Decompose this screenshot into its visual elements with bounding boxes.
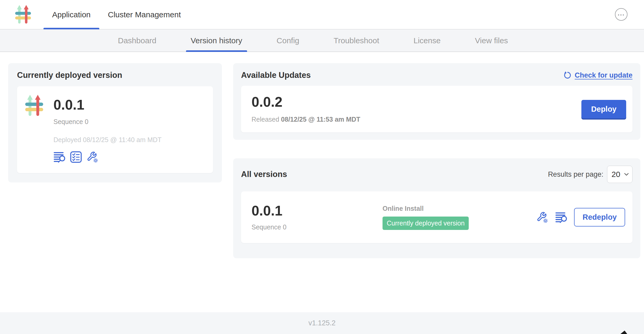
- app-header: Application Cluster Management ...: [0, 0, 644, 29]
- update-released-timestamp: Released 08/12/25 @ 11:53 am MDT: [252, 116, 360, 123]
- all-versions-header: All versions Results per page: 20: [241, 166, 632, 183]
- redeploy-button[interactable]: Redeploy: [574, 208, 625, 227]
- mouse-cursor: [620, 331, 628, 334]
- subnav-item-view-files[interactable]: View files: [470, 29, 513, 52]
- deployed-version-number: 0.0.1: [53, 98, 162, 112]
- header-tabs: Application Cluster Management: [43, 0, 189, 29]
- results-per-page-label: Results per page:: [548, 170, 603, 179]
- tab-cluster-management[interactable]: Cluster Management: [99, 0, 189, 29]
- app-subnav: Dashboard Version history Config Trouble…: [0, 29, 644, 52]
- app-icon: [25, 94, 43, 117]
- row-actions: Redeploy: [536, 208, 625, 227]
- tab-application[interactable]: Application: [43, 0, 99, 29]
- preflight-checks-icon[interactable]: [70, 151, 82, 163]
- row-version-number: 0.0.1: [252, 204, 383, 218]
- console-version: v1.125.2: [308, 319, 336, 327]
- right-column: Available Updates Check for update 0.0.2…: [233, 63, 640, 258]
- deployed-version-actions: [53, 151, 162, 163]
- all-versions-card: All versions Results per page: 20 0.0.1 …: [233, 158, 640, 258]
- results-per-page-value: 20: [612, 170, 620, 179]
- deployed-version-details: 0.0.1 Sequence 0 Deployed 08/12/25 @ 11:…: [53, 94, 162, 166]
- edit-config-icon[interactable]: [86, 151, 99, 163]
- available-update-row: 0.0.2 Released 08/12/25 @ 11:53 am MDT D…: [241, 86, 632, 132]
- refresh-icon: [563, 71, 571, 79]
- app-logo-icon: [15, 4, 31, 25]
- deployed-timestamp: Deployed 08/12/25 @ 11:40 am MDT: [53, 136, 162, 144]
- install-type-label: Online Install: [383, 205, 536, 212]
- currently-deployed-title: Currently deployed version: [17, 71, 213, 80]
- available-updates-card: Available Updates Check for update 0.0.2…: [233, 63, 640, 140]
- available-updates-title: Available Updates: [241, 71, 311, 80]
- results-per-page: Results per page: 20: [548, 166, 632, 183]
- overflow-menu-button[interactable]: ...: [615, 8, 627, 21]
- all-versions-title: All versions: [241, 170, 287, 179]
- released-prefix: Released: [252, 116, 279, 123]
- edit-config-icon[interactable]: [536, 211, 548, 223]
- subnav-item-version-history[interactable]: Version history: [186, 29, 247, 52]
- update-version-block: 0.0.2 Released 08/12/25 @ 11:53 am MDT: [252, 95, 360, 123]
- subnav-item-license[interactable]: License: [409, 29, 445, 52]
- main-content: Currently deployed version 0.0.1 Sequenc…: [0, 52, 644, 258]
- row-status-block: Online Install Currently deployed versio…: [383, 205, 536, 230]
- currently-deployed-card: Currently deployed version 0.0.1 Sequenc…: [8, 63, 222, 182]
- deploy-button[interactable]: Deploy: [581, 100, 626, 118]
- released-date: 08/12/25 @ 11:53 am MDT: [281, 116, 360, 123]
- row-version-block: 0.0.1 Sequence 0: [252, 204, 383, 231]
- version-row: 0.0.1 Sequence 0 Online Install Currentl…: [241, 191, 632, 243]
- check-for-update-label: Check for update: [575, 71, 632, 79]
- subnav-item-config[interactable]: Config: [272, 29, 304, 52]
- view-diff-icon[interactable]: [555, 211, 567, 223]
- ellipsis-icon: ...: [618, 10, 625, 17]
- view-diff-icon[interactable]: [53, 151, 66, 163]
- available-updates-header: Available Updates Check for update: [241, 71, 632, 80]
- check-for-update-link[interactable]: Check for update: [563, 71, 632, 79]
- currently-deployed-badge: Currently deployed version: [383, 217, 469, 230]
- row-sequence: Sequence 0: [252, 223, 383, 231]
- subnav-item-troubleshoot[interactable]: Troubleshoot: [329, 29, 384, 52]
- app-footer: v1.125.2: [0, 312, 644, 334]
- update-version-number: 0.0.2: [252, 95, 360, 109]
- chevron-down-icon: [624, 173, 629, 176]
- subnav-item-dashboard[interactable]: Dashboard: [113, 29, 161, 52]
- deployed-version-panel: 0.0.1 Sequence 0 Deployed 08/12/25 @ 11:…: [17, 86, 213, 173]
- results-per-page-select[interactable]: 20: [607, 166, 632, 183]
- deployed-sequence: Sequence 0: [53, 118, 162, 126]
